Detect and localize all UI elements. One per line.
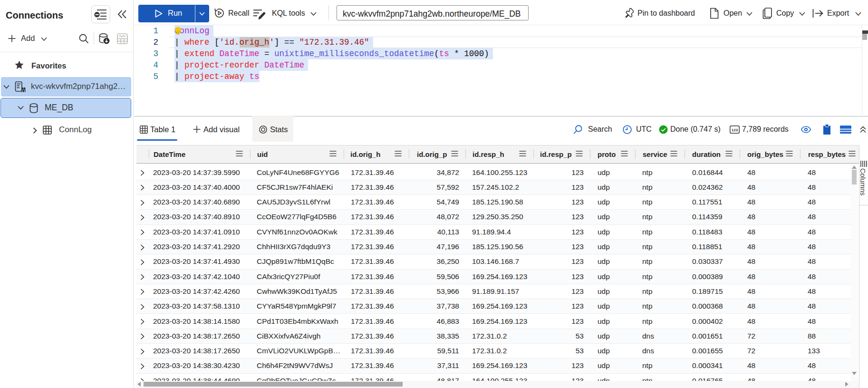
svg-text:123: 123 <box>732 128 738 132</box>
